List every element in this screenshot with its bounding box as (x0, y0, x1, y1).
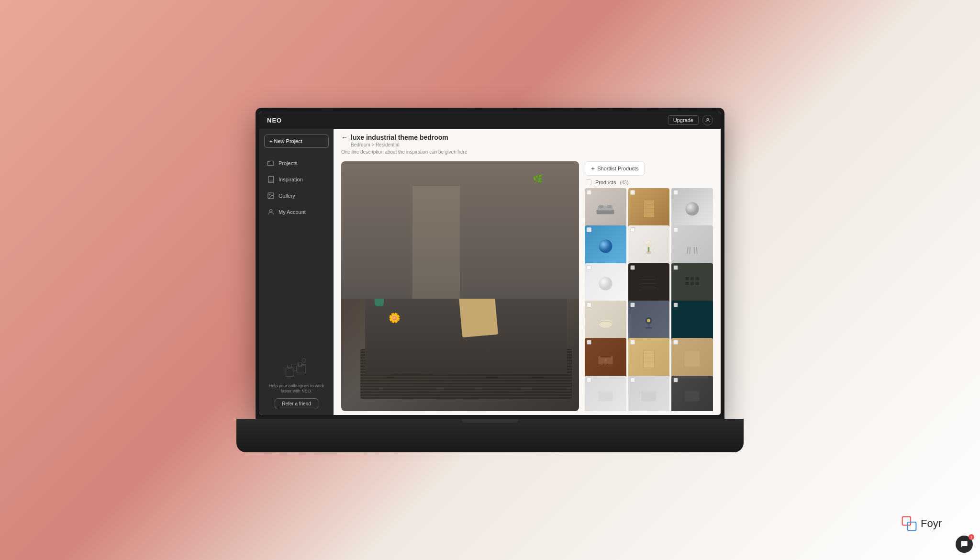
svg-rect-13 (607, 205, 612, 208)
product-checkbox[interactable] (630, 340, 635, 345)
room-image: 🌿 🌼 (341, 161, 579, 411)
product-card[interactable] (671, 225, 713, 267)
svg-point-9 (302, 358, 306, 362)
products-header: Products (43) (585, 179, 713, 185)
product-checkbox[interactable] (630, 190, 635, 195)
product-card[interactable] (585, 301, 626, 342)
product-checkbox[interactable] (587, 302, 591, 307)
top-bar: NEO Upgrade (259, 112, 721, 129)
svg-line-28 (696, 247, 697, 254)
svg-line-30 (694, 247, 695, 254)
laptop-screen: NEO Upgrade + New Project (256, 108, 724, 419)
product-card[interactable] (628, 376, 670, 411)
product-checkbox[interactable] (673, 378, 678, 382)
svg-rect-26 (686, 246, 699, 247)
sidebar-bottom: Help your colleagues to work faster with… (264, 356, 329, 409)
svg-rect-42 (696, 282, 699, 285)
product-card[interactable] (585, 188, 626, 230)
product-card[interactable] (671, 263, 713, 305)
svg-rect-59 (598, 391, 612, 402)
svg-point-3 (269, 210, 272, 212)
refer-friend-button[interactable]: Refer a friend (275, 398, 318, 409)
product-card[interactable] (671, 188, 713, 230)
product-card[interactable] (585, 263, 626, 305)
product-checkbox[interactable] (630, 302, 635, 307)
sidebar-item-inspiration[interactable]: Inspiration (264, 172, 329, 187)
svg-rect-46 (648, 324, 650, 327)
svg-point-43 (599, 319, 612, 328)
product-card[interactable] (628, 263, 670, 305)
product-checkbox[interactable] (630, 227, 635, 232)
product-checkbox[interactable] (673, 190, 678, 195)
product-card[interactable] (585, 225, 626, 267)
product-checkbox[interactable] (630, 265, 635, 270)
product-card[interactable] (628, 301, 670, 342)
svg-rect-58 (685, 351, 700, 367)
product-checkbox[interactable] (673, 227, 678, 232)
svg-point-23 (650, 242, 652, 244)
collaborate-illustration (282, 356, 311, 380)
user-avatar[interactable] (702, 115, 713, 125)
shortlist-products-button[interactable]: + Shortlist Products (585, 161, 645, 176)
svg-rect-52 (603, 363, 604, 365)
content-header: ← luxe industrial theme bedroom Bedroom … (334, 129, 721, 157)
svg-rect-4 (286, 368, 293, 377)
new-project-button[interactable]: + New Project (264, 134, 329, 148)
svg-rect-39 (696, 277, 699, 280)
upgrade-button[interactable]: Upgrade (668, 115, 699, 125)
plus-icon: + (591, 165, 595, 172)
svg-point-2 (269, 194, 270, 195)
select-all-checkbox[interactable] (586, 179, 591, 185)
product-checkbox[interactable] (673, 265, 678, 270)
svg-line-8 (293, 370, 297, 371)
svg-point-0 (707, 118, 709, 120)
product-checkbox[interactable] (587, 378, 591, 382)
svg-rect-47 (646, 327, 652, 329)
product-card[interactable] (628, 338, 670, 380)
page-title: luxe industrial theme bedroom (351, 134, 448, 141)
back-navigation: ← luxe industrial theme bedroom (341, 134, 713, 141)
product-card[interactable] (585, 338, 626, 380)
svg-rect-60 (642, 391, 656, 402)
product-card[interactable] (628, 188, 670, 230)
svg-rect-53 (607, 363, 608, 365)
svg-rect-50 (600, 356, 611, 357)
product-checkbox[interactable] (673, 340, 678, 345)
product-checkbox[interactable] (587, 265, 591, 270)
product-card[interactable] (671, 338, 713, 380)
product-checkbox[interactable] (630, 378, 635, 382)
product-card[interactable] (585, 376, 626, 411)
svg-point-22 (646, 242, 648, 244)
product-card[interactable] (628, 225, 670, 267)
laptop-base (236, 419, 744, 452)
top-bar-right: Upgrade (668, 115, 713, 125)
svg-rect-38 (690, 277, 694, 280)
sidebar-helper-text: Help your colleagues to work faster with… (264, 383, 329, 394)
sidebar-item-projects[interactable]: Projects (264, 156, 329, 171)
foyr-brand-name: Foyr (921, 517, 942, 530)
folder-icon (267, 159, 275, 167)
sidebar-item-gallery[interactable]: Gallery (264, 188, 329, 203)
back-button[interactable]: ← (341, 134, 348, 141)
svg-rect-61 (685, 391, 700, 402)
product-checkbox[interactable] (587, 227, 591, 232)
image-icon (267, 192, 275, 200)
svg-rect-6 (297, 366, 306, 373)
svg-point-25 (646, 251, 652, 254)
svg-rect-12 (599, 205, 604, 208)
sidebar-item-account[interactable]: My Account (264, 204, 329, 220)
foyr-branding: Foyr (902, 516, 942, 531)
user-icon (267, 208, 275, 216)
product-card[interactable] (671, 301, 713, 342)
svg-point-45 (647, 319, 650, 322)
foyr-logo-icon (902, 516, 917, 531)
product-checkbox[interactable] (587, 340, 591, 345)
product-checkbox[interactable] (587, 190, 591, 195)
svg-rect-41 (690, 282, 694, 285)
page-description: One line description about the inspirati… (341, 149, 713, 155)
svg-rect-63 (908, 522, 916, 531)
product-checkbox[interactable] (673, 302, 678, 307)
product-card[interactable] (671, 376, 713, 411)
room-image-panel: 🌿 🌼 (341, 161, 579, 411)
svg-rect-54 (643, 350, 654, 367)
